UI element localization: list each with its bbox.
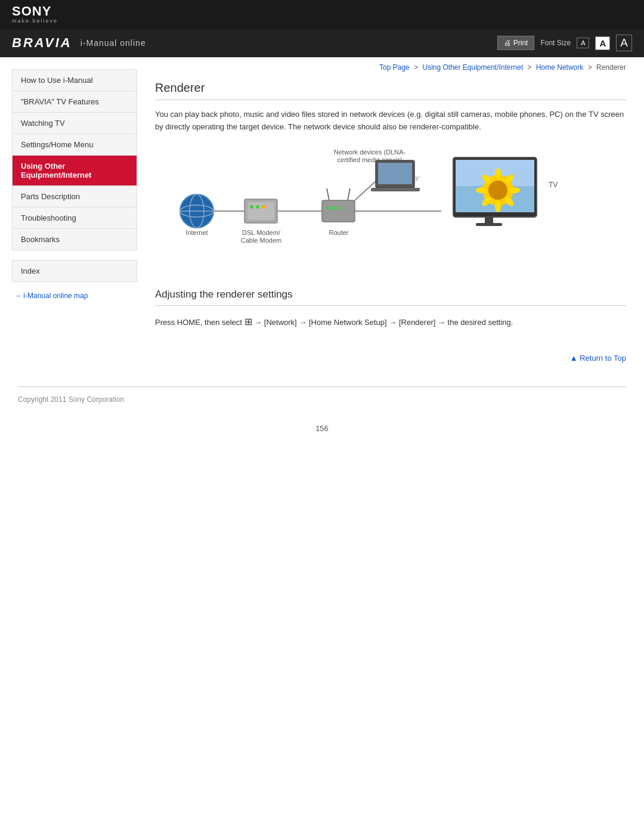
svg-line-15 xyxy=(327,188,329,200)
font-size-large-button[interactable]: A xyxy=(616,35,632,51)
network-diagram: Internet DSL Modem/ Cable Modem xyxy=(155,145,626,277)
index-section: Index xyxy=(12,260,137,282)
font-size-label: Font Size xyxy=(540,39,571,47)
font-size-small-button[interactable]: A xyxy=(577,38,589,48)
svg-text:☞: ☞ xyxy=(411,173,421,185)
svg-point-18 xyxy=(332,206,336,210)
page-number: 156 xyxy=(0,412,644,445)
sony-tagline: make.believe xyxy=(12,18,58,24)
svg-text:Cable Modem: Cable Modem xyxy=(241,237,281,244)
sidebar-item-troubleshooting[interactable]: Troubleshooting xyxy=(13,208,137,229)
svg-text:TV: TV xyxy=(549,181,558,189)
sidebar-item-index[interactable]: Index xyxy=(13,261,137,281)
svg-point-9 xyxy=(256,205,259,209)
sidebar-item-how-to-use[interactable]: How to Use i-Manual xyxy=(13,70,137,91)
svg-text:Network devices (DLNA-: Network devices (DLNA- xyxy=(334,148,406,156)
breadcrumb-top-page[interactable]: Top Page xyxy=(379,63,410,72)
intro-text: You can play back photo, music and video… xyxy=(155,109,626,134)
svg-rect-14 xyxy=(322,200,355,222)
sidebar-nav: How to Use i-Manual "BRAVIA" TV Features… xyxy=(12,69,137,250)
print-icon: 🖨 xyxy=(504,39,511,47)
sidebar: How to Use i-Manual "BRAVIA" TV Features… xyxy=(0,57,137,374)
svg-point-19 xyxy=(338,206,342,210)
svg-text:Internet: Internet xyxy=(185,229,208,236)
breadcrumb-using-other[interactable]: Using Other Equipment/Internet xyxy=(422,63,523,72)
svg-point-36 xyxy=(476,187,487,193)
manual-map-link[interactable]: → i-Manual online map xyxy=(14,292,88,300)
sidebar-item-using-other[interactable]: Using Other Equipment/Internet xyxy=(13,156,137,186)
sony-logo: SONY xyxy=(12,5,58,18)
settings-text: Press HOME, then select ⊞ → [Network] → … xyxy=(155,314,626,330)
sidebar-item-bravia-features[interactable]: "BRAVIA" TV Features xyxy=(13,91,137,113)
svg-point-33 xyxy=(488,181,507,200)
diagram-svg: Internet DSL Modem/ Cable Modem xyxy=(155,145,572,265)
sidebar-item-bookmarks[interactable]: Bookmarks xyxy=(13,229,137,250)
svg-text:Router: Router xyxy=(329,229,348,236)
svg-point-34 xyxy=(495,168,501,179)
svg-point-37 xyxy=(509,187,520,193)
svg-point-17 xyxy=(326,206,330,210)
main-layout: How to Use i-Manual "BRAVIA" TV Features… xyxy=(0,57,644,374)
svg-line-16 xyxy=(348,188,350,200)
return-top-arrow-icon: ▲ xyxy=(570,354,580,363)
bravia-brand: BRAVIA xyxy=(12,35,72,51)
svg-point-8 xyxy=(250,205,253,209)
svg-rect-24 xyxy=(378,163,412,184)
svg-rect-7 xyxy=(247,202,274,220)
svg-point-10 xyxy=(262,205,265,209)
svg-rect-42 xyxy=(485,217,493,223)
arrow-icon: → xyxy=(14,292,23,300)
sidebar-item-watching-tv[interactable]: Watching TV xyxy=(13,113,137,134)
footer: Copyright 2011 Sony Corporation xyxy=(0,387,644,412)
svg-text:certified media server): certified media server) xyxy=(338,156,402,163)
svg-point-35 xyxy=(495,202,501,212)
manual-subtitle: i-Manual online xyxy=(80,38,146,48)
breadcrumb-home-network[interactable]: Home Network xyxy=(536,63,583,72)
sidebar-item-parts-description[interactable]: Parts Description xyxy=(13,186,137,208)
manual-map-link-container: → i-Manual online map xyxy=(12,290,137,300)
svg-rect-43 xyxy=(476,223,502,226)
breadcrumb: Top Page > Using Other Equipment/Interne… xyxy=(155,63,626,72)
content-area: Top Page > Using Other Equipment/Interne… xyxy=(137,57,644,374)
print-button[interactable]: 🖨 Print xyxy=(497,36,535,50)
return-to-top-container: ▲ Return to Top xyxy=(155,347,626,363)
breadcrumb-current: Renderer xyxy=(596,63,626,72)
sony-header: SONY make.believe xyxy=(0,0,644,29)
bravia-bar: BRAVIA i-Manual online 🖨 Print Font Size… xyxy=(0,29,644,57)
section-title: Adjusting the renderer settings xyxy=(155,289,626,306)
svg-rect-25 xyxy=(371,188,420,191)
sidebar-item-settings-home[interactable]: Settings/Home Menu xyxy=(13,134,137,156)
return-to-top-link[interactable]: ▲ Return to Top xyxy=(570,354,626,363)
copyright-text: Copyright 2011 Sony Corporation xyxy=(18,395,124,404)
page-title: Renderer xyxy=(155,81,626,100)
font-size-medium-button[interactable]: A xyxy=(595,36,610,50)
svg-text:DSL Modem/: DSL Modem/ xyxy=(242,229,281,236)
